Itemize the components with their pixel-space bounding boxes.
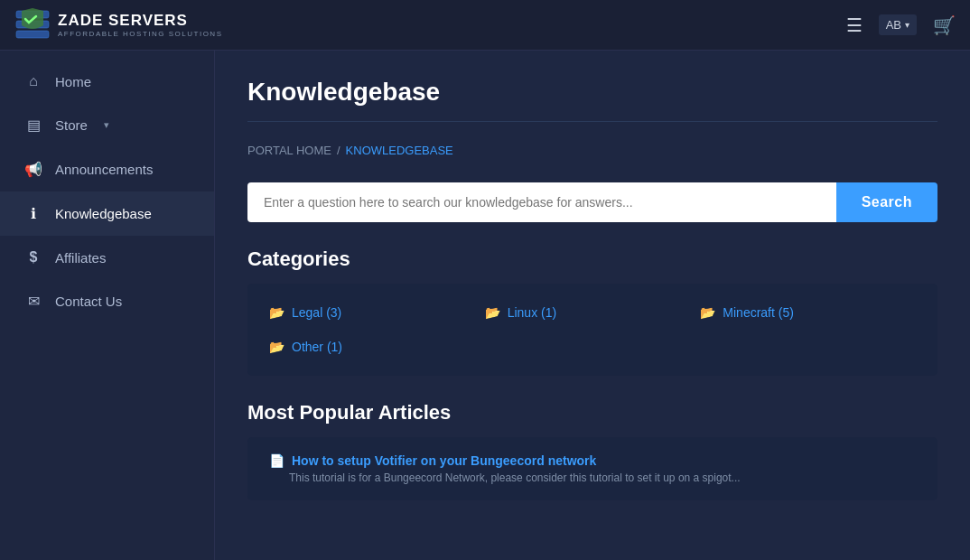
folder-icon: 📂 (485, 305, 500, 320)
brand-title: ZADE SERVERS (58, 12, 222, 30)
category-minecraft[interactable]: 📂 Minecraft (5) (700, 300, 916, 325)
sidebar-label-contact: Contact Us (55, 294, 122, 309)
svg-rect-2 (16, 31, 49, 38)
chevron-down-icon: ▾ (104, 119, 109, 131)
articles-box: 📄 How to setup Votifier on your Bungeeco… (247, 437, 937, 500)
categories-grid: 📂 Legal (3) 📂 Linux (1) 📂 Minecraft (5) … (269, 300, 916, 359)
search-input[interactable] (247, 182, 836, 222)
sidebar-label-knowledgebase: Knowledgebase (55, 206, 152, 221)
chevron-down-icon: ▾ (905, 20, 909, 30)
announcements-icon: 📢 (24, 161, 42, 178)
sidebar-label-home: Home (55, 74, 91, 89)
logo-text: ZADE SERVERS AFFORDABLE HOSTING SOLUTION… (58, 12, 222, 38)
hamburger-icon[interactable]: ☰ (846, 14, 863, 36)
lang-label: AB (886, 18, 901, 32)
sidebar: ⌂ Home ▤ Store ▾ 📢 Announcements ℹ Knowl… (0, 51, 215, 560)
logo-icon (14, 7, 51, 43)
logo: ZADE SERVERS AFFORDABLE HOSTING SOLUTION… (14, 7, 222, 43)
sidebar-item-knowledgebase[interactable]: ℹ Knowledgebase (0, 191, 214, 236)
language-selector[interactable]: AB ▾ (879, 14, 917, 35)
search-box: Search (247, 182, 937, 222)
sidebar-item-affiliates[interactable]: $ Affiliates (0, 236, 214, 279)
topbar-actions: ☰ AB ▾ 🛒 (846, 14, 956, 36)
sidebar-label-affiliates: Affiliates (55, 250, 106, 266)
brand-subtitle: AFFORDABLE HOSTING SOLUTIONS (58, 30, 222, 38)
category-linux-label: Linux (1) (508, 305, 556, 320)
info-icon: ℹ (24, 205, 42, 222)
folder-icon: 📂 (700, 305, 715, 320)
main-layout: ⌂ Home ▤ Store ▾ 📢 Announcements ℹ Knowl… (0, 51, 970, 560)
article-title[interactable]: How to setup Votifier on your Bungeecord… (292, 453, 596, 468)
breadcrumb-separator: / (337, 144, 340, 157)
article-icon-row: 📄 How to setup Votifier on your Bungeeco… (269, 453, 916, 468)
document-icon: 📄 (269, 453, 284, 468)
category-linux[interactable]: 📂 Linux (1) (485, 300, 701, 325)
home-icon: ⌂ (24, 73, 42, 89)
category-legal[interactable]: 📂 Legal (3) (269, 300, 485, 325)
breadcrumb-portal-home[interactable]: PORTAL HOME (247, 144, 331, 157)
breadcrumb: PORTAL HOME / KNOWLEDGEBASE (247, 144, 937, 157)
popular-articles-title: Most Popular Articles (247, 401, 937, 425)
category-minecraft-label: Minecraft (5) (723, 305, 794, 320)
search-button[interactable]: Search (836, 182, 937, 222)
sidebar-item-announcements[interactable]: 📢 Announcements (0, 147, 214, 191)
cart-icon[interactable]: 🛒 (933, 14, 956, 36)
categories-title: Categories (247, 247, 937, 271)
page-title: Knowledgebase (247, 78, 937, 107)
list-item: 📄 How to setup Votifier on your Bungeeco… (269, 453, 916, 484)
envelope-icon: ✉ (24, 293, 42, 310)
folder-icon: 📂 (269, 340, 284, 354)
main-content: Knowledgebase PORTAL HOME / KNOWLEDGEBAS… (215, 51, 970, 560)
sidebar-item-store[interactable]: ▤ Store ▾ (0, 103, 214, 147)
topbar: ZADE SERVERS AFFORDABLE HOSTING SOLUTION… (0, 0, 970, 51)
article-description: This tutorial is for a Bungeecord Networ… (269, 471, 916, 484)
store-icon: ▤ (24, 117, 42, 134)
breadcrumb-current[interactable]: KNOWLEDGEBASE (346, 144, 453, 157)
dollar-icon: $ (24, 249, 42, 266)
sidebar-label-store: Store (55, 117, 88, 133)
sidebar-item-contact[interactable]: ✉ Contact Us (0, 279, 214, 323)
categories-box: 📂 Legal (3) 📂 Linux (1) 📂 Minecraft (5) … (247, 284, 937, 376)
category-legal-label: Legal (3) (292, 305, 341, 320)
sidebar-item-home[interactable]: ⌂ Home (0, 60, 214, 103)
category-other[interactable]: 📂 Other (1) (269, 334, 485, 359)
breadcrumb-divider (247, 121, 937, 122)
category-other-label: Other (1) (292, 340, 342, 354)
sidebar-label-announcements: Announcements (55, 162, 153, 177)
folder-icon: 📂 (269, 305, 284, 320)
